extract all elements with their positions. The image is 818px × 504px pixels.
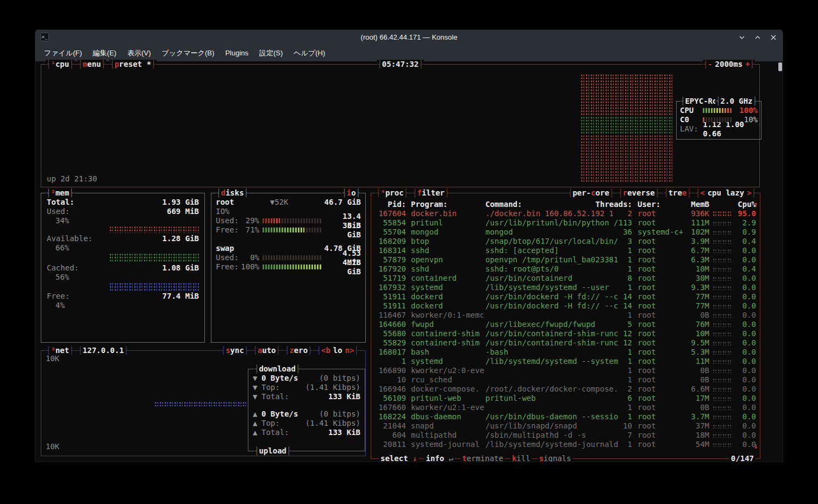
process-row[interactable]: 55704mongodmongod36systemd-c+102M0.9 [376, 228, 755, 237]
process-row[interactable]: 168209btop/snap/btop/617/usr/local/bin/3… [376, 237, 755, 246]
mem-used-row: Used:669 MiB [47, 207, 199, 216]
menu-item-7[interactable]: ヘルプ(H) [288, 45, 330, 61]
process-user: root [638, 338, 684, 348]
column-cpu[interactable]: Cpu% [732, 200, 756, 209]
column-program[interactable]: Program: [411, 200, 485, 209]
process-row[interactable]: 167660kworker/u2:1-eve1root0B0.0 [376, 403, 755, 412]
column-user[interactable]: User: [638, 200, 684, 209]
scroll-up-icon[interactable]: ↑ [754, 200, 758, 209]
menu-item-3[interactable]: 表示(V) [122, 45, 156, 61]
menu-item-2[interactable]: 編集(E) [88, 45, 122, 61]
net-zero-button[interactable]: zero [284, 346, 313, 355]
column-threads[interactable]: Threads: [594, 200, 632, 209]
net-next-button[interactable]: n> [345, 346, 354, 355]
net-box-label[interactable]: ³net [46, 346, 74, 355]
process-row[interactable]: 168314sshdsshd: [accepted]1root6.7M0.0 [376, 246, 755, 255]
process-user: root [638, 403, 684, 412]
process-row[interactable]: 51719containerd/usr/bin/containerd8root3… [376, 274, 755, 283]
menu-button[interactable]: menu [78, 60, 107, 69]
process-cpu: 2.9 [732, 218, 756, 228]
process-row[interactable]: 51911dockerd/usr/bin/dockerd -H fd:// --… [376, 292, 755, 301]
signals-button[interactable]: signals [538, 454, 573, 462]
scrollbar-thumb[interactable] [778, 62, 782, 71]
terminate-button[interactable]: terminate [460, 454, 505, 462]
process-row[interactable]: 167604docker.bin./docker.bin 160.86.52.1… [376, 209, 755, 218]
process-row[interactable]: 51911dockerd/usr/bin/dockerd -H fd:// --… [376, 301, 755, 311]
process-row[interactable]: 20811systemd-journal/lib/systemd/systemd… [376, 440, 755, 449]
filter-button[interactable]: filter [412, 188, 449, 198]
process-row[interactable]: 57879openvpnopenvpn /tmp/pritunl_ba02338… [376, 255, 755, 264]
refresh-increase-button[interactable]: + [745, 60, 750, 69]
process-row[interactable]: 166890kworker/u2:0-eve1root0B0.0 [376, 366, 755, 375]
process-name: kworker/u2:1-eve [411, 403, 485, 412]
process-row[interactable]: 167920sshdsshd: root@pts/01root10M0.4 [376, 264, 755, 274]
memory-box: ²mem Total:1.93 GiB Used:669 MiB 34% Ava… [41, 193, 205, 343]
per-core-toggle[interactable]: per-core [567, 188, 614, 198]
process-cpu-graph [713, 240, 732, 244]
process-row[interactable]: 1systemd/lib/systemd/systemd --system1ro… [376, 357, 755, 366]
process-mem: 30M [684, 274, 709, 283]
swap-free-meter [263, 264, 322, 269]
column-pid[interactable]: Pid: [376, 200, 406, 209]
process-threads: 3 [594, 237, 632, 246]
mem-box-label[interactable]: ²mem [46, 188, 74, 198]
window-titlebar[interactable]: >_ (root) 66.42.44.171 — Konsole [35, 30, 783, 45]
select-hint[interactable]: select ↓ [379, 454, 419, 462]
process-row[interactable]: 168224dbus-daemon/usr/bin/dbus-daemon --… [376, 412, 755, 421]
process-cpu-graph [713, 350, 732, 355]
scrollbar[interactable] [778, 62, 782, 461]
net-stats-panel: download ▼0 Byte/s(0 bitps)▼Top:(1.41 Ki… [248, 369, 365, 451]
process-name: systemd-journal [411, 440, 485, 449]
process-row[interactable]: 21044snapd/usr/lib/snapd/snapd10root37M0… [376, 421, 755, 431]
sort-next-button[interactable]: > [747, 188, 751, 198]
column-mem[interactable]: MemB [684, 200, 709, 209]
cpu-frequency: 2.0 GHz [715, 97, 758, 106]
net-auto-button[interactable]: auto [252, 346, 281, 355]
info-hint[interactable]: info ↵ [424, 454, 455, 462]
disks-box-label[interactable]: disks [216, 188, 249, 198]
sort-prev-button[interactable]: < [700, 188, 704, 198]
cpu-box-label[interactable]: ¹cpu [46, 60, 74, 69]
menu-item-1[interactable]: ファイル(F) [39, 45, 88, 61]
maximize-button[interactable] [754, 34, 761, 41]
process-pid: 168209 [376, 237, 406, 246]
preset-button[interactable]: preset * [109, 60, 156, 69]
process-row[interactable]: 164660fwupd/usr/libexec/fwupd/fwupd5root… [376, 320, 755, 329]
terminal-view[interactable]: ¹cpu menu preset * 05:47:32 -2000ms+ EPY… [35, 61, 783, 462]
menu-item-5[interactable]: Plugins [220, 45, 254, 61]
process-cpu: 0.0 [732, 292, 756, 301]
mem-free-row: Free:77.4 MiB [47, 292, 199, 301]
mem-used-percent: 34% [47, 216, 199, 225]
process-row[interactable]: 55854pritunl/usr/lib/pritunl/bin/python … [376, 218, 755, 228]
process-user: root [638, 357, 684, 366]
refresh-decrease-button[interactable]: - [708, 60, 712, 69]
process-row[interactable]: 604multipathd/sbin/multipathd -d -s7root… [376, 431, 755, 440]
process-row[interactable]: 55829containerd-shim/usr/bin/containerd-… [376, 338, 755, 348]
process-cpu-graph [713, 369, 732, 373]
close-button[interactable] [770, 34, 777, 41]
menu-item-4[interactable]: ブックマーク(B) [157, 45, 220, 61]
process-row[interactable]: 116467kworker/0:1-memc1root0B0.0 [376, 311, 755, 320]
process-row[interactable]: 167932systemd/lib/systemd/systemd --user… [376, 283, 755, 292]
disks-io-toggle[interactable]: io [341, 188, 361, 198]
sort-selector: <cpu lazy> [695, 188, 757, 198]
tree-toggle[interactable]: tree [663, 188, 692, 198]
process-row[interactable]: 55680containerd-shim/usr/bin/containerd-… [376, 329, 755, 338]
menu-bar: ファイル(F)編集(E)表示(V)ブックマーク(B)Plugins設定(S)ヘル… [35, 45, 783, 61]
reverse-toggle[interactable]: reverse [617, 188, 660, 198]
menu-item-6[interactable]: 設定(S) [254, 45, 288, 61]
process-row[interactable]: 56109pritunl-webpritunl-web6root17M0.0 [376, 394, 755, 403]
minimize-button[interactable] [738, 34, 746, 41]
process-row[interactable]: 166946docker-compose./root/.docker/docke… [376, 385, 755, 394]
process-row[interactable]: 10rcu_sched1root0B0.0 [376, 375, 755, 385]
proc-box-label[interactable]: ⁴proc [376, 188, 409, 198]
net-prev-button[interactable]: <b [321, 346, 330, 355]
net-sync-button[interactable]: sync [221, 346, 249, 355]
kill-button[interactable]: kill [510, 454, 532, 462]
process-row[interactable]: 168017bash-bash1root5.3M0.0 [376, 348, 755, 357]
process-mem: 6.6M [684, 385, 709, 394]
process-mem: 111M [684, 218, 709, 228]
upload-arrow-icon: ▲ [253, 428, 260, 437]
scroll-down-icon[interactable]: ↓ [754, 442, 758, 451]
process-cpu: 0.0 [732, 348, 756, 357]
